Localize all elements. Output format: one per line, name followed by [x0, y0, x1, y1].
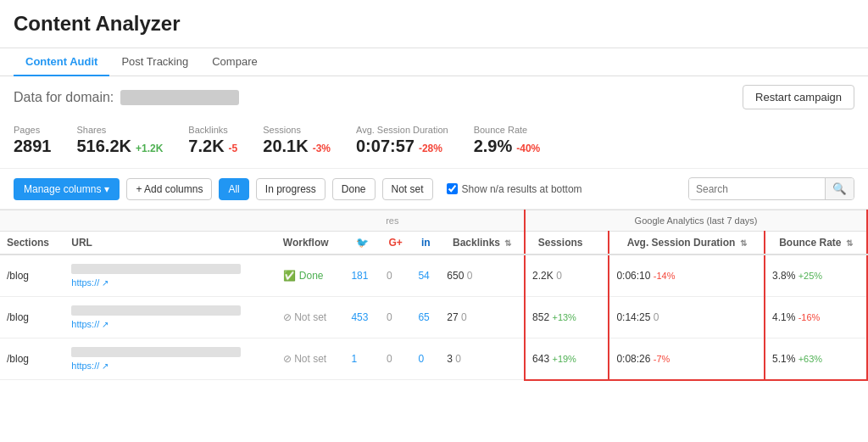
- sessions-sort-icon: ▼: [587, 238, 596, 248]
- avg-session-sort-icon: ⇅: [740, 238, 747, 248]
- cell-section: /blog: [0, 255, 64, 297]
- table-row: /blog https:// ↗ ✅ Done 181 0 54 650 0 2…: [0, 255, 867, 297]
- show-na-checkbox[interactable]: [447, 183, 458, 194]
- tab-compare[interactable]: Compare: [200, 48, 269, 76]
- stat-pages: Pages 2891: [14, 125, 52, 156]
- cell-twitter: 181: [344, 255, 380, 297]
- cell-google: 0: [380, 338, 411, 380]
- cell-section: /blog: [0, 338, 64, 380]
- url-link[interactable]: https:// ↗: [71, 277, 270, 288]
- chevron-down-icon: ▾: [104, 183, 109, 195]
- th-backlinks: Backlinks ⇅: [440, 232, 525, 255]
- search-button[interactable]: 🔍: [825, 178, 854, 199]
- cell-url: https:// ↗: [64, 297, 276, 338]
- cell-bounce: 4.1% -16%: [765, 297, 867, 338]
- tab-post-tracking[interactable]: Post Tracking: [109, 48, 200, 76]
- data-table-container: res Google Analytics (last 7 days) Secti…: [0, 210, 868, 381]
- cell-sessions: 852 +13%: [525, 297, 609, 338]
- stat-backlinks: Backlinks 7.2K -5: [188, 125, 237, 156]
- cell-twitter: 453: [344, 297, 380, 338]
- filter-all-button[interactable]: All: [219, 178, 248, 200]
- th-sections: Sections: [0, 232, 64, 255]
- external-link-icon: ↗: [102, 320, 108, 329]
- th-sessions: Sessions ▼: [525, 232, 609, 255]
- table-row: /blog https:// ↗ ⊘ Not set 453 0 65 27 0…: [0, 297, 867, 338]
- th-backlinks-empty: [440, 210, 525, 232]
- bounce-delta: -16%: [798, 312, 821, 322]
- th-linkedin: in: [411, 232, 440, 255]
- show-na-checkbox-label[interactable]: Show n/a results at bottom: [447, 183, 582, 195]
- cell-backlinks: 27 0: [440, 297, 525, 338]
- cell-bounce: 3.8% +25%: [765, 255, 867, 297]
- url-link[interactable]: https:// ↗: [71, 361, 270, 371]
- stat-shares: Shares 516.2K +1.2K: [77, 125, 164, 156]
- domain-row: Data for domain: Restart campaign: [0, 76, 868, 118]
- bounce-delta: +63%: [798, 354, 822, 364]
- cell-avg-session: 0:08:26 -7%: [609, 338, 765, 380]
- restart-campaign-button[interactable]: Restart campaign: [743, 85, 854, 109]
- cell-url: https:// ↗: [64, 338, 276, 380]
- cell-google: 0: [380, 255, 411, 297]
- data-table: res Google Analytics (last 7 days) Secti…: [0, 210, 868, 381]
- cell-twitter: 1: [344, 338, 380, 380]
- table-header-group-row: res Google Analytics (last 7 days): [0, 210, 867, 232]
- cell-section: /blog: [0, 297, 64, 338]
- bounce-delta: +25%: [798, 271, 822, 281]
- th-google: G+: [380, 232, 411, 255]
- th-sections-empty: [0, 210, 64, 232]
- stat-bounce-rate: Bounce Rate 2.9% -40%: [474, 125, 541, 156]
- avg-delta: -7%: [654, 354, 670, 364]
- cell-backlinks: 650 0: [440, 255, 525, 297]
- avg-delta: 0: [654, 311, 659, 323]
- avg-delta: -14%: [654, 271, 676, 281]
- external-link-icon: ↗: [102, 361, 108, 371]
- stats-row: Pages 2891 Shares 516.2K +1.2K Backlinks…: [0, 118, 868, 169]
- cell-linkedin: 54: [411, 255, 440, 297]
- th-workflow-empty: [276, 210, 345, 232]
- stat-sessions: Sessions 20.1K -3%: [263, 125, 331, 156]
- domain-label: Data for domain:: [14, 90, 239, 105]
- cell-linkedin: 65: [411, 297, 440, 338]
- filter-not-set-button[interactable]: Not set: [382, 178, 433, 200]
- th-shares-group: res: [344, 210, 440, 232]
- tab-content-audit[interactable]: Content Audit: [14, 48, 109, 76]
- stat-avg-session: Avg. Session Duration 0:07:57 -28%: [356, 125, 448, 156]
- cell-avg-session: 0:14:25 0: [609, 297, 765, 338]
- domain-value: [120, 90, 239, 105]
- table-header-col-row: Sections URL Workflow 🐦 G+ in Backlinks …: [0, 232, 867, 255]
- cell-workflow: ⊘ Not set: [276, 338, 345, 380]
- sessions-delta: +19%: [552, 354, 576, 364]
- header: Content Analyzer Content Audit Post Trac…: [0, 0, 868, 210]
- cell-avg-session: 0:06:10 -14%: [609, 255, 765, 297]
- th-workflow: Workflow: [276, 232, 345, 255]
- th-bounce-rate: Bounce Rate ⇅: [765, 232, 867, 255]
- filter-in-progress-button[interactable]: In progress: [256, 178, 326, 200]
- sessions-delta: 0: [556, 270, 562, 282]
- cell-linkedin: 0: [411, 338, 440, 380]
- th-url: URL: [64, 232, 276, 255]
- tab-bar: Content Audit Post Tracking Compare: [0, 48, 868, 76]
- table-row: /blog https:// ↗ ⊘ Not set 1 0 0 3 0 643…: [0, 338, 867, 380]
- search-input[interactable]: [689, 179, 825, 199]
- workflow-badge: ✅ Done: [283, 270, 338, 282]
- bounce-sort-icon: ⇅: [846, 238, 853, 248]
- add-columns-button[interactable]: + Add columns: [126, 178, 212, 200]
- th-avg-session: Avg. Session Duration ⇅: [609, 232, 765, 255]
- workflow-badge: ⊘ Not set: [283, 311, 338, 323]
- th-url-empty: [64, 210, 276, 232]
- cell-sessions: 2.2K 0: [525, 255, 609, 297]
- cell-url: https:// ↗: [64, 255, 276, 297]
- cell-workflow: ⊘ Not set: [276, 297, 345, 338]
- filter-done-button[interactable]: Done: [332, 178, 376, 200]
- url-link[interactable]: https:// ↗: [71, 319, 270, 329]
- cell-bounce: 5.1% +63%: [765, 338, 867, 380]
- sessions-delta: +13%: [552, 312, 576, 322]
- toolbar: Manage columns ▾ + Add columns All In pr…: [0, 169, 868, 210]
- th-twitter: 🐦: [344, 232, 380, 255]
- search-box[interactable]: 🔍: [688, 177, 854, 200]
- th-ga-group: Google Analytics (last 7 days): [525, 210, 867, 232]
- page-title: Content Analyzer: [14, 12, 854, 36]
- manage-columns-button[interactable]: Manage columns ▾: [14, 178, 120, 200]
- cell-workflow: ✅ Done: [276, 255, 345, 297]
- backlinks-sort-icon: ⇅: [504, 238, 511, 248]
